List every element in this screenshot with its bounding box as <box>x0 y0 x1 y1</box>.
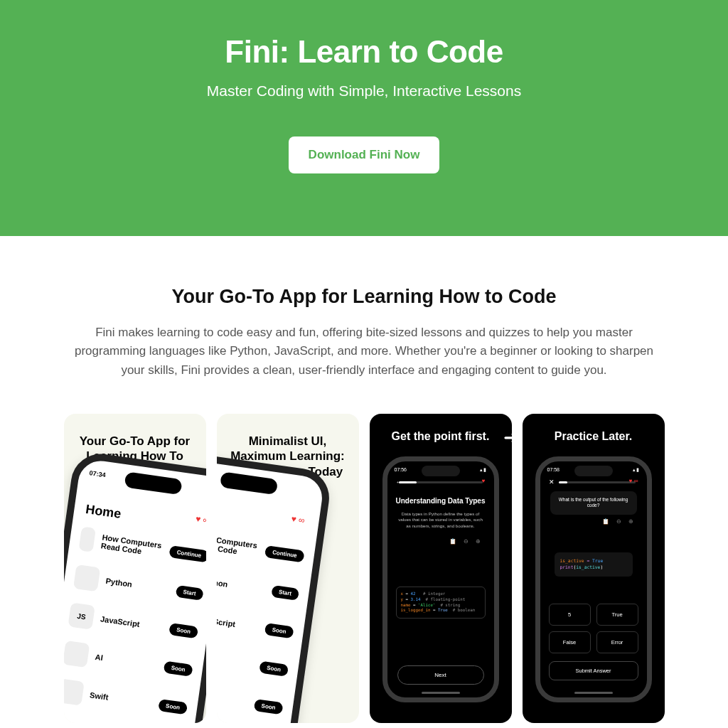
course-row[interactable]: AISoon <box>64 641 194 682</box>
progress-bar <box>559 481 636 483</box>
home-title: Home <box>85 502 122 522</box>
course-pill[interactable]: Continue <box>264 545 305 562</box>
lesson-text: Data types in Python define the types of… <box>397 511 484 529</box>
course-list: How Computers Read CodeContinuePythonSta… <box>64 526 206 720</box>
course-title: AI <box>95 653 104 662</box>
phone-mock-home: 07:34 Home ♥ ∞ How Computers Read CodeCo… <box>217 450 333 723</box>
course-row[interactable]: JSJavaScriptSoon <box>217 602 295 644</box>
quiz-question: What is the output of the following code… <box>550 491 637 515</box>
code-block: is_active = True print(is_active) <box>555 552 633 577</box>
hero-subtitle: Master Coding with Simple, Interactive L… <box>14 82 714 100</box>
course-title: JavaScript <box>217 614 236 628</box>
close-icon[interactable]: ✕ <box>549 478 555 486</box>
intro-section: Your Go-To App for Learning How to Code … <box>0 236 728 401</box>
course-icon <box>64 678 85 705</box>
course-icon: JS <box>68 602 95 629</box>
heart-icon: ♥ ∞ <box>195 514 206 526</box>
lesson-title: Understanding Data Types <box>387 497 494 505</box>
home-title: Home <box>217 502 218 522</box>
course-pill[interactable]: Soon <box>253 699 283 714</box>
phone-time: 07:56 <box>395 467 407 472</box>
course-title: Python <box>105 577 133 589</box>
course-pill[interactable]: Soon <box>168 623 198 638</box>
course-pill[interactable]: Start <box>270 584 299 600</box>
course-pill[interactable]: Soon <box>259 660 289 676</box>
phone-notch-icon <box>574 466 613 476</box>
submit-answer-button[interactable]: Submit Answer <box>549 661 638 680</box>
home-indicator-icon <box>422 692 460 694</box>
screenshot-card-1: Your Go-To App for Learning How To Code … <box>64 414 206 723</box>
course-row[interactable]: PythonStart <box>217 564 300 606</box>
course-title: How Computers Read Code <box>217 533 259 559</box>
course-pill[interactable]: Continue <box>168 545 205 562</box>
back-icon[interactable]: ← <box>396 478 402 486</box>
screenshot-gallery: Your Go-To App for Learning How To Code … <box>0 401 728 728</box>
course-icon <box>78 526 96 552</box>
course-row[interactable]: How Computers Read CodeContinue <box>217 526 306 568</box>
phone-time: 07:34 <box>89 469 106 478</box>
course-list: How Computers Read CodeContinuePythonSta… <box>217 526 306 720</box>
next-button[interactable]: Next <box>397 665 484 685</box>
code-tool-icons[interactable]: 📋 ⊖ ⊕ <box>449 538 483 545</box>
screenshot-card-2: Minimalist UI, Maximum Learning: Start C… <box>217 414 359 723</box>
course-icon <box>64 641 90 668</box>
quiz-choice[interactable]: False <box>549 631 591 653</box>
screenshot-card-3: Get the point first. ➜ 07:56 ▴ ▮ ♥ ← Und… <box>370 414 512 723</box>
course-title: Python <box>217 577 228 589</box>
phone-mock-lesson: 07:56 ▴ ▮ ♥ ← Understanding Data Types D… <box>382 456 499 702</box>
heart-icon: ♥ <box>482 478 486 484</box>
course-pill[interactable]: Soon <box>163 660 193 676</box>
phone-notch-icon <box>124 471 182 495</box>
course-pill[interactable]: Soon <box>264 623 294 638</box>
screenshot-card-4: Practice Later. 07:58 ▴ ▮ ✕ ♥ ∞ What is … <box>523 414 665 723</box>
course-row[interactable]: SwiftSoon <box>217 678 284 720</box>
status-icons: ▴ ▮ <box>633 467 640 473</box>
phone-notch-icon <box>422 466 460 476</box>
hero-section: Fini: Learn to Code Master Coding with S… <box>0 0 728 236</box>
course-title: Swift <box>89 690 109 702</box>
status-icons: ▴ ▮ <box>480 467 487 473</box>
code-block: x = 42 # integer y = 3.14 # floating-poi… <box>396 587 486 619</box>
heart-icon: ♥ ∞ <box>290 514 305 526</box>
phone-notch-icon <box>219 471 277 495</box>
hero-title: Fini: Learn to Code <box>14 34 714 70</box>
course-icon <box>73 564 100 592</box>
screenshot-caption: Practice Later. <box>523 414 665 444</box>
course-title: JavaScript <box>100 614 140 628</box>
course-row[interactable]: How Computers Read CodeContinue <box>78 526 206 568</box>
course-pill[interactable]: Soon <box>158 699 188 714</box>
phone-mock-quiz: 07:58 ▴ ▮ ✕ ♥ ∞ What is the output of th… <box>535 456 652 702</box>
course-row[interactable]: AISoon <box>217 641 289 682</box>
quiz-choice[interactable]: Error <box>596 631 638 653</box>
quiz-choice[interactable]: 5 <box>549 604 591 626</box>
screenshot-caption: Get the point first. <box>370 414 512 444</box>
course-title: How Computers Read Code <box>100 533 164 559</box>
course-row[interactable]: JSJavaScriptSoon <box>68 602 199 644</box>
quiz-choices: 5TrueFalseError <box>549 604 638 653</box>
course-row[interactable]: SwiftSoon <box>64 678 188 720</box>
heart-icon: ♥ ∞ <box>629 478 638 484</box>
phone-time: 07:58 <box>547 467 560 472</box>
quiz-choice[interactable]: True <box>596 604 638 626</box>
progress-bar <box>399 481 483 483</box>
phone-mock-home: 07:34 Home ♥ ∞ How Computers Read CodeCo… <box>64 450 206 723</box>
intro-body: Fini makes learning to code easy and fun… <box>64 323 664 380</box>
arrow-right-icon: ➜ <box>503 427 512 449</box>
course-row[interactable]: PythonStart <box>73 564 204 606</box>
code-tool-icons[interactable]: 📋 ⊖ ⊕ <box>602 518 636 525</box>
intro-heading: Your Go-To App for Learning How to Code <box>64 286 664 308</box>
course-pill[interactable]: Start <box>175 584 203 600</box>
download-button[interactable]: Download Fini Now <box>289 136 440 173</box>
home-indicator-icon <box>574 692 613 694</box>
